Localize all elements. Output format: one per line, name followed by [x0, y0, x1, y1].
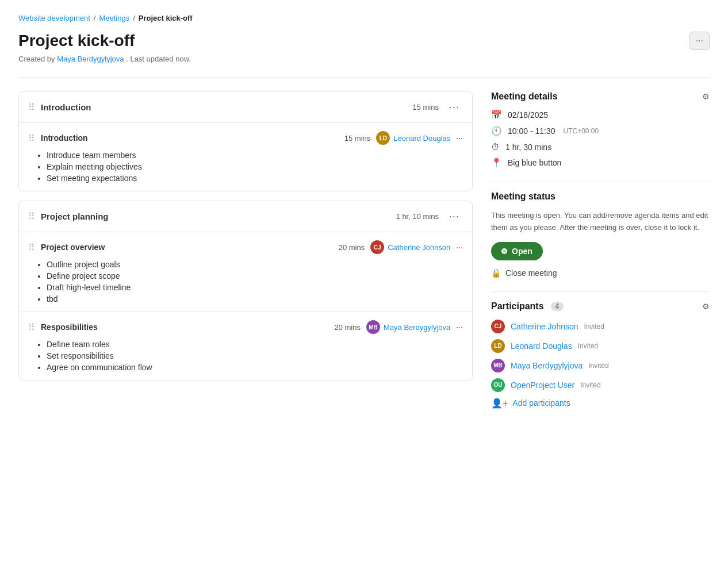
- agenda-item-title-overview: Project overview: [41, 243, 339, 252]
- agenda-item-meta-responsibilities: 20 mins MB Maya Berdygylyjova ···: [334, 320, 463, 334]
- participant-row-mb: MB Maya Berdygylyjova Invited: [491, 359, 710, 372]
- drag-handle-item-overview[interactable]: ⠿: [28, 242, 35, 253]
- open-status-label: Open: [512, 247, 532, 256]
- participant-row-ld: LD Leonard Douglas Invited: [491, 339, 710, 353]
- close-meeting-label: Close meeting: [505, 268, 557, 278]
- item-more-overview[interactable]: ···: [456, 243, 463, 252]
- agenda-item-header-responsibilities: ⠿ Resposibilities 20 mins MB Maya Berdyg…: [28, 320, 463, 334]
- page-more-button[interactable]: ···: [689, 32, 710, 50]
- section-more-planning[interactable]: ···: [446, 209, 463, 224]
- bullet-item: Agree on communication flow: [47, 363, 463, 372]
- sidebar-meeting-details: Meeting details ⚙ 📅 02/18/2025 🕙 10:00 -…: [491, 91, 710, 168]
- participants-gear-icon[interactable]: ⚙: [702, 302, 710, 311]
- breadcrumb: Website development / Meetings / Project…: [18, 14, 710, 22]
- participant-status-mb: Invited: [588, 362, 608, 370]
- meeting-details-header: Meeting details ⚙: [491, 91, 710, 102]
- avatar-ld-participant: LD: [491, 339, 505, 353]
- item-more-responsibilities[interactable]: ···: [456, 322, 463, 332]
- bullet-item: Set responsibilities: [47, 351, 463, 360]
- bullet-list-overview: Outline project goals Define project sco…: [28, 260, 463, 304]
- participant-status-ld: Invited: [578, 342, 598, 350]
- open-status-dot: [501, 248, 507, 254]
- section-header-introduction[interactable]: ⠿ Introduction 15 mins ···: [19, 92, 472, 122]
- participant-name-ou[interactable]: OpenProject User: [511, 381, 574, 390]
- sidebar-divider-2: [491, 291, 710, 292]
- meeting-details-title: Meeting details: [491, 91, 558, 102]
- section-header-planning[interactable]: ⠿ Project planning 1 hr, 10 mins ···: [19, 201, 472, 232]
- assignee-introduction[interactable]: LD Leonard Douglas: [376, 131, 450, 145]
- avatar-mb-responsibilities: MB: [366, 320, 380, 334]
- participants-title: Participants: [491, 301, 544, 312]
- section-more-introduction[interactable]: ···: [446, 100, 463, 114]
- assignee-name-responsibilities: Maya Berdygylyjova: [384, 323, 450, 332]
- bullet-item: Define project scope: [47, 271, 463, 281]
- drag-handle-item-responsibilities[interactable]: ⠿: [28, 322, 35, 333]
- participant-name-mb[interactable]: Maya Berdygylyjova: [511, 361, 583, 370]
- close-meeting-row[interactable]: 🔒 Close meeting: [491, 268, 710, 278]
- assignee-name-introduction: Leonard Douglas: [393, 134, 450, 143]
- assignee-overview[interactable]: CJ Catherine Johnson: [370, 240, 450, 254]
- header-divider: [18, 77, 710, 78]
- agenda-item-meta-introduction: 15 mins LD Leonard Douglas ···: [344, 131, 463, 145]
- open-status-button[interactable]: Open: [491, 242, 543, 260]
- participant-row-cj: CJ Catherine Johnson Invited: [491, 320, 710, 333]
- page-title: Project kick-off: [18, 32, 191, 50]
- meeting-timezone: UTC+00:00: [564, 127, 599, 135]
- avatar-ld-introduction: LD: [376, 131, 390, 145]
- item-more-introduction[interactable]: ···: [456, 133, 463, 143]
- author-link[interactable]: Maya Berdygylyjova: [57, 55, 124, 63]
- section-card-introduction: ⠿ Introduction 15 mins ··· ⠿ Introductio…: [18, 91, 473, 191]
- meeting-details-gear-icon[interactable]: ⚙: [702, 92, 710, 101]
- section-card-planning: ⠿ Project planning 1 hr, 10 mins ··· ⠿ P…: [18, 201, 473, 381]
- sidebar-divider-1: [491, 182, 710, 182]
- section-title-planning: Project planning: [41, 212, 396, 221]
- bullet-list-introduction: Introduce team members Explain meeting o…: [28, 151, 463, 183]
- participant-status-cj: Invited: [584, 322, 604, 331]
- assignee-responsibilities[interactable]: MB Maya Berdygylyjova: [366, 320, 450, 334]
- participant-name-cj[interactable]: Catherine Johnson: [511, 322, 578, 331]
- section-title-introduction: Introduction: [41, 102, 412, 112]
- meeting-time: 10:00 - 11:30: [508, 126, 555, 136]
- item-duration-introduction: 15 mins: [344, 134, 371, 143]
- sidebar-meeting-status: Meeting status This meeting is open. You…: [491, 191, 710, 278]
- meeting-location-row: 📍 Big blue button: [491, 158, 710, 168]
- calendar-icon: 📅: [491, 110, 502, 120]
- breadcrumb-sep-2: /: [133, 14, 135, 22]
- sidebar-column: Meeting details ⚙ 📅 02/18/2025 🕙 10:00 -…: [491, 91, 710, 422]
- meeting-location: Big blue button: [508, 158, 561, 167]
- clock-icon: 🕙: [491, 126, 502, 136]
- meeting-status-title: Meeting status: [491, 191, 555, 202]
- meeting-status-header: Meeting status: [491, 191, 710, 202]
- section-duration-introduction: 15 mins: [412, 103, 439, 112]
- participant-status-ou: Invited: [580, 381, 600, 389]
- agenda-column: ⠿ Introduction 15 mins ··· ⠿ Introductio…: [18, 91, 473, 390]
- participants-header: Participants 4 ⚙: [491, 301, 710, 312]
- page-subtitle: Created by Maya Berdygylyjova . Last upd…: [18, 55, 191, 63]
- drag-handle-item-intro[interactable]: ⠿: [28, 133, 35, 144]
- drag-handle-introduction[interactable]: ⠿: [28, 102, 35, 113]
- agenda-item-header-overview: ⠿ Project overview 20 mins CJ Catherine …: [28, 240, 463, 254]
- item-duration-overview: 20 mins: [339, 243, 365, 252]
- breadcrumb-sep-1: /: [94, 14, 96, 22]
- lock-icon: 🔒: [491, 268, 501, 278]
- timer-icon: ⏱: [491, 142, 500, 152]
- breadcrumb-link-project[interactable]: Website development: [18, 14, 90, 22]
- agenda-item-title-introduction: Introduction: [41, 133, 344, 143]
- avatar-mb-participant: MB: [491, 359, 505, 372]
- bullet-item: Outline project goals: [47, 260, 463, 269]
- bullet-list-responsibilities: Define team roles Set responsibilities A…: [28, 340, 463, 372]
- breadcrumb-current: Project kick-off: [139, 14, 193, 22]
- avatar-ou-participant: OU: [491, 378, 505, 392]
- agenda-item-title-responsibilities: Resposibilities: [41, 322, 334, 332]
- drag-handle-planning[interactable]: ⠿: [28, 211, 35, 222]
- meeting-status-description: This meeting is open. You can add/remove…: [491, 210, 710, 234]
- agenda-item-header-introduction: ⠿ Introduction 15 mins LD Leonard Dougla…: [28, 131, 463, 145]
- bullet-item: Explain meeting objectives: [47, 162, 463, 171]
- avatar-cj-overview: CJ: [370, 240, 384, 254]
- breadcrumb-link-meetings[interactable]: Meetings: [99, 14, 129, 22]
- participant-name-ld[interactable]: Leonard Douglas: [511, 341, 572, 351]
- add-participants-row[interactable]: 👤+ Add participants: [491, 398, 710, 409]
- participants-count: 4: [551, 302, 564, 311]
- meeting-duration: 1 hr, 30 mins: [505, 143, 551, 152]
- assignee-name-overview: Catherine Johnson: [388, 243, 450, 252]
